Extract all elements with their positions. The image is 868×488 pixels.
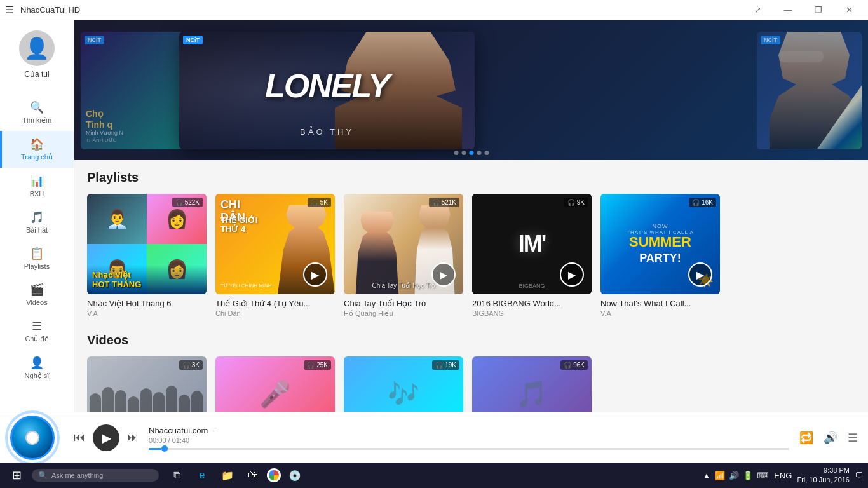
headphone-icon-3: 🎧 — [432, 199, 440, 206]
volume-icon[interactable]: 🔊 — [729, 471, 739, 480]
avatar-label: Của tui — [24, 70, 49, 79]
play-button-4[interactable]: ▶ — [560, 262, 584, 287]
hero-slide-left[interactable]: NCiT ChọTình q Minh Vương N THÀNH ĐỨC — [81, 32, 186, 149]
card-sub-5: V.A — [600, 309, 720, 317]
playlist-card-2[interactable]: CHIDÂN THẾ GIỚITHỨ 4 TỰ YÊU CHÍNH MÌNH..… — [215, 194, 335, 318]
now-bottom: PARTY! — [639, 252, 681, 265]
sidebar-item-label: Trang chủ — [21, 153, 53, 161]
taskbar-search[interactable]: 🔍 — [32, 469, 159, 482]
hero-dot-3[interactable] — [469, 151, 473, 155]
avatar-section[interactable]: 👤 Của tui — [14, 25, 60, 84]
store-button[interactable]: 🛍 — [241, 464, 264, 487]
file-explorer-button[interactable]: 📁 — [216, 464, 239, 487]
playlist-card-4[interactable]: IM' BIGBANG 🎧 9K ▶ 2016 BIGBANG World...… — [472, 194, 592, 318]
nct-badge-center: NCiT — [183, 36, 203, 44]
card-sub-1: V.A — [87, 309, 207, 317]
video-badge-3: 🎧 19K — [432, 360, 459, 370]
video-icon: 🎬 — [30, 283, 44, 297]
playlist-card-1[interactable]: 👨‍💼 👩 👨 👩 Nhạc ViệtHOT THÁNG 🎧 — [87, 194, 207, 318]
minimize-button[interactable]: — — [774, 0, 802, 20]
network-icon[interactable]: 📶 — [715, 471, 725, 480]
sidebar-item-bxh[interactable]: 📊 BXH — [0, 168, 74, 204]
taskbar-search-input[interactable] — [51, 471, 140, 479]
restore-button[interactable]: ❐ — [804, 0, 832, 20]
play-button-2[interactable]: ▶ — [303, 262, 327, 287]
task-view-button[interactable]: ⧉ — [165, 464, 188, 487]
playlist-card-3[interactable]: Chia Tay Tuổi Học Trò 🎧 521K ▶ Chia Tay … — [344, 194, 463, 318]
nhac-viet-label: Nhạc ViệtHOT THÁNG — [92, 270, 201, 289]
card-sub-4: BIGBANG — [472, 309, 592, 317]
notification-icon[interactable]: 🗨 — [855, 471, 863, 480]
home-icon: 🏠 — [30, 137, 44, 151]
chrome-button[interactable] — [267, 468, 281, 482]
hero-dot-1[interactable] — [454, 151, 458, 155]
app-icon[interactable]: 💿 — [283, 464, 306, 487]
app-title: NhacCuaTui HD — [20, 5, 743, 15]
playlist-thumb-1: 👨‍💼 👩 👨 👩 Nhạc ViệtHOT THÁNG 🎧 — [87, 194, 207, 294]
search-icon: 🔍 — [30, 100, 44, 114]
track-separator: - — [213, 426, 215, 435]
sidebar-item-nghe-si[interactable]: 👤 Nghệ sĩ — [0, 349, 74, 386]
close-button[interactable]: ✕ — [835, 0, 863, 20]
hero-slide-center[interactable]: NCiT LONELY BẢO THY — [179, 32, 475, 149]
progress-bar[interactable] — [149, 448, 789, 450]
sidebar-item-label: Playlists — [24, 262, 50, 270]
play-pause-button[interactable]: ▶ — [93, 424, 119, 451]
music-icon: 🎵 — [30, 210, 44, 224]
count-1: 522K — [185, 199, 200, 206]
player-info: Nhaccuatui.com - 00:00 / 01:40 — [139, 426, 799, 450]
sidebar-item-videos[interactable]: 🎬 Videos — [0, 276, 74, 313]
chart-icon: 📊 — [30, 174, 44, 188]
hero-dot-2[interactable] — [461, 151, 466, 155]
menu-icon[interactable]: ☰ — [5, 4, 14, 16]
taskbar-quick-icons: ⧉ e 📁 🛍 💿 — [165, 464, 306, 487]
volume-button[interactable]: 🔊 — [824, 431, 837, 445]
headphone-icon-1: 🎧 — [175, 199, 183, 206]
slide-left-artist: Minh Vương N — [86, 130, 123, 137]
hero-banner[interactable]: NCiT ChọTình q Minh Vương N THÀNH ĐỨC NC… — [74, 20, 868, 160]
hero-dot-4[interactable] — [477, 151, 481, 155]
play-button-5[interactable]: ▶ — [688, 262, 712, 287]
start-button[interactable]: ⊞ — [5, 464, 28, 487]
sidebar-item-playlists[interactable]: 📋 Playlists — [0, 240, 74, 276]
sidebar-item-chu-de[interactable]: ☰ Chủ đề — [0, 313, 74, 349]
sidebar-item-home[interactable]: 🏠 Trang chủ — [0, 131, 74, 168]
repeat-button[interactable]: 🔁 — [799, 431, 813, 445]
sidebar-item-label: Nghệ sĩ — [25, 372, 50, 380]
card-title-4: 2016 BIGBANG World... — [472, 299, 592, 308]
player-time: 00:00 / 01:40 — [149, 437, 789, 444]
vcount-2: 25K — [316, 362, 328, 369]
playlist-card-5[interactable]: NOW THAT'S WHAT I CALL A SUMMER PARTY! ☀… — [600, 194, 720, 318]
keyboard-icon[interactable]: ⌨ — [757, 471, 769, 480]
sidebar-item-bai-hat[interactable]: 🎵 Bài hát — [0, 204, 74, 240]
now-big: SUMMER — [629, 235, 691, 249]
fullscreen-button[interactable]: ⤢ — [743, 0, 771, 20]
prev-button[interactable]: ⏮ — [74, 431, 85, 444]
bigbang-logo: IM' — [519, 231, 546, 257]
disc-outer — [10, 416, 65, 460]
vcount-3: 19K — [445, 362, 456, 369]
taskbar-up-arrow[interactable]: ▲ — [703, 471, 710, 479]
sidebar-item-label: Tìm kiếm — [22, 116, 51, 125]
headphone-icon-4: 🎧 — [567, 199, 575, 206]
sidebar-item-label: Chủ đề — [25, 335, 48, 343]
battery-icon[interactable]: 🔋 — [743, 471, 753, 480]
vthumb3-icon: 🎶 — [388, 379, 419, 409]
queue-button[interactable]: ☰ — [848, 431, 858, 445]
hero-artist: BẢO THY — [300, 127, 354, 137]
avatar: 👤 — [19, 30, 55, 66]
hero-slide-right[interactable]: NCiT — [757, 32, 862, 149]
videos-title: Videos — [87, 333, 855, 348]
play-button-3[interactable]: ▶ — [431, 262, 456, 287]
chia-tay-text-overlay: Chia Tay Tuổi Học Trò — [372, 282, 435, 289]
video-badge-1: 🎧 3K — [179, 360, 203, 370]
hero-dot-5[interactable] — [484, 151, 489, 155]
progress-dot[interactable] — [161, 445, 168, 452]
count-5: 16K — [702, 199, 713, 206]
vthumb4-icon: 🎵 — [516, 379, 548, 409]
next-button[interactable]: ⏭ — [127, 431, 139, 444]
nct-badge-left: NCiT — [85, 36, 104, 44]
sidebar-item-search[interactable]: 🔍 Tìm kiếm — [0, 94, 74, 131]
edge-button[interactable]: e — [191, 464, 214, 487]
language-label[interactable]: ENG — [774, 471, 792, 480]
